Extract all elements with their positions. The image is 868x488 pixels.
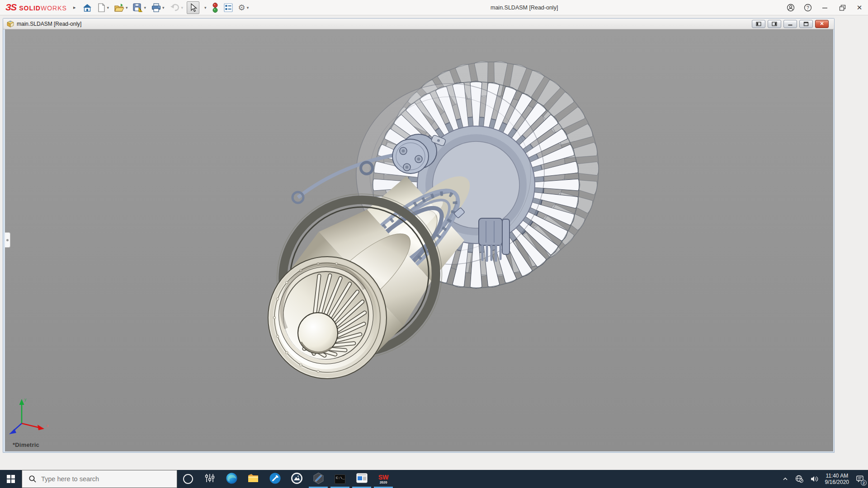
file-explorer-icon [247,473,259,485]
network-offline-icon[interactable] [792,470,807,488]
quick-access-toolbar: ▾ ▾ ▾ ▾ ▾ ▾ [80,0,251,15]
taskbar-item-file-explorer[interactable] [242,470,264,488]
document-titlebar[interactable]: main.SLDASM [Read-only] ✕ [3,19,834,29]
settings-dropdown[interactable]: ▾ [247,5,249,10]
taskbar-clock[interactable]: 11:40 AM 9/16/2020 [821,473,853,485]
split-pane-left-button[interactable] [752,20,765,28]
command-prompt-icon: C:\_ [335,474,345,484]
save-button[interactable]: ▾ [131,1,148,14]
help-button[interactable]: ? [799,0,816,15]
taskbar-item-paint3d[interactable] [307,470,329,488]
viewport-3d[interactable]: y x *Dimetric [5,29,833,451]
minimize-icon [822,5,828,11]
taskbar-item-cortana[interactable] [177,470,199,488]
cortana-icon [183,474,193,484]
print-icon [151,3,161,12]
clock-date: 9/16/2020 [825,479,849,485]
undo-icon [170,3,180,12]
cmd-label: C:\_ [335,475,344,480]
svg-text:?: ? [807,5,809,10]
sw-letters: SW [378,474,389,480]
volume-icon[interactable] [807,470,821,488]
panel-handle-dot [6,239,9,241]
taskbar-item-command-prompt[interactable]: C:\_ [329,470,351,488]
windows-logo-icon [7,475,15,483]
user-icon [787,4,795,12]
media-app-icon [356,473,368,485]
new-document-icon [97,3,105,12]
taskbar-item-support-tool[interactable] [264,470,286,488]
minimize-button[interactable] [816,0,834,15]
home-button[interactable] [81,1,94,14]
rebuild-button[interactable] [210,1,220,14]
taskbar-item-task-view[interactable] [199,470,221,488]
system-tray: 11:40 AM 9/16/2020 2 [779,470,868,488]
display-options-button[interactable] [222,1,235,14]
notification-badge: 2 [861,480,867,486]
window-controls: ? ✕ [782,0,868,15]
taskbar-item-media-app[interactable] [351,470,373,488]
account-button[interactable] [782,0,799,15]
undo-button: ▾ [168,1,185,14]
action-center-button[interactable]: 2 [853,470,868,488]
assembly-icon [7,20,14,28]
solidworks-logo-mark: ЗS [5,2,16,13]
feature-panel-handle[interactable] [5,232,10,248]
print-dropdown[interactable]: ▾ [162,5,165,10]
select-tool-dropdown[interactable]: ▾ [201,1,208,14]
help-icon: ? [804,4,812,12]
toolbar-flyout-arrow[interactable]: ▸ [73,5,76,10]
undo-dropdown: ▾ [181,5,184,10]
view-orientation-label: *Dimetric [13,441,39,448]
y-axis-label: y [24,397,27,402]
photos-icon [291,472,303,486]
gear-icon: ⚙ [238,4,245,12]
select-tool-button[interactable] [187,1,199,14]
windows-taskbar: C:\_ SW 2020 11:40 AM 9/16/2 [0,470,868,488]
solidworks-logo-works: WORKS [41,5,67,12]
print-button[interactable]: ▾ [150,1,166,14]
doc-restore-button[interactable] [799,20,813,28]
search-icon [28,475,37,483]
taskbar-item-edge[interactable] [221,470,242,488]
tray-chevron[interactable] [779,470,792,488]
orientation-triad: y x [5,394,55,439]
edge-icon [226,472,238,486]
new-document-button[interactable]: ▾ [95,1,111,14]
new-document-dropdown[interactable]: ▾ [107,5,109,10]
traffic-light-icon [212,2,218,13]
taskbar-item-solidworks[interactable]: SW 2020 [373,470,394,488]
close-button[interactable]: ✕ [851,0,868,15]
save-dropdown[interactable]: ▾ [144,5,146,10]
save-icon [133,3,142,12]
solidworks-app-icon: SW 2020 [378,474,389,484]
document-title: main.SLDASM [Read-only] [17,21,81,27]
jet-engine-model [5,29,833,451]
doc-minimize-button[interactable] [783,20,797,28]
doc-close-button[interactable]: ✕ [815,20,829,28]
select-cursor-icon [189,3,198,12]
sw-year: 2020 [380,481,387,484]
window-title: main.SLDASM [Read-only] [491,0,558,15]
home-icon [83,3,92,12]
open-button[interactable]: ▾ [113,1,130,14]
clock-time: 11:40 AM [825,473,849,479]
open-folder-icon [114,3,124,12]
search-input[interactable] [41,475,159,483]
solidworks-logo: ЗS SOLIDWORKS [5,2,67,13]
split-pane-right-button[interactable] [768,20,781,28]
task-view-icon [205,473,215,485]
x-axis-label: x [47,423,49,428]
settings-button[interactable]: ⚙ ▾ [236,1,251,14]
app-titlebar: ЗS SOLIDWORKS ▸ ▾ ▾ ▾ ▾ [0,0,868,15]
restore-icon [839,5,846,11]
open-dropdown[interactable]: ▾ [126,5,128,10]
taskbar-item-photos[interactable] [286,470,307,488]
paint3d-hexagon-icon [312,472,325,486]
start-button[interactable] [0,470,22,488]
restore-button[interactable] [834,0,851,15]
document-window: main.SLDASM [Read-only] ✕ [3,18,835,453]
taskbar-search[interactable] [22,470,177,488]
wrench-circle-icon [269,472,281,486]
solidworks-logo-solid: SOLID [19,5,41,12]
